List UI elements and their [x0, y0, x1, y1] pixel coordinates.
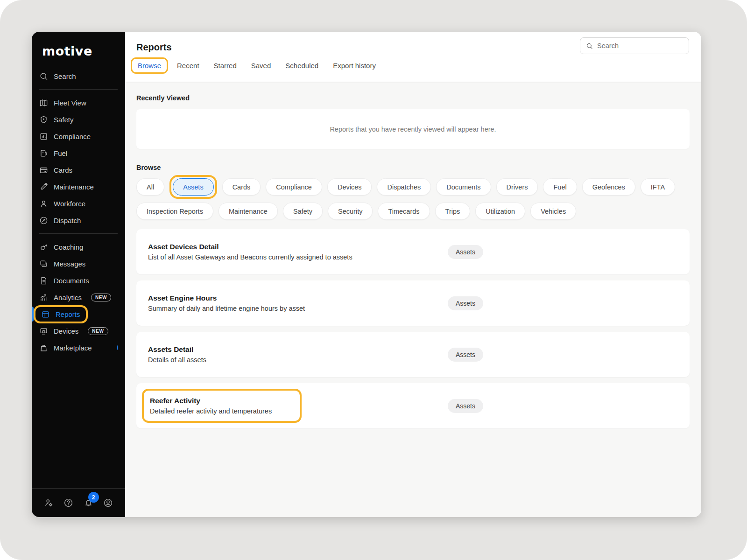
sidebar-item-label: Documents — [54, 277, 89, 285]
sidebar-item-label: Coaching — [54, 243, 83, 251]
filter-chip-assets[interactable]: Assets — [173, 178, 214, 196]
sidebar-footer: 2 — [32, 488, 125, 517]
report-description: List of all Asset Gateways and Beacons c… — [148, 253, 352, 261]
filter-chip-security[interactable]: Security — [328, 203, 373, 220]
sidebar-item-search[interactable]: Search — [32, 68, 125, 84]
report-tag: Assets — [448, 296, 483, 310]
filter-chip-timecards[interactable]: Timecards — [378, 203, 430, 220]
sidebar-item-reports[interactable]: Reports — [32, 306, 125, 322]
sidebar-item-safety[interactable]: Safety — [32, 111, 125, 128]
sidebar-item-label: Fleet View — [54, 99, 86, 107]
report-card-asset-engine-hours[interactable]: Asset Engine Hours Summary of daily and … — [136, 280, 690, 326]
dispatch-compass-icon — [39, 216, 48, 225]
report-text: Assets Detail Details of all assets — [148, 345, 206, 364]
person-icon — [39, 199, 48, 208]
motive-logo: motive — [32, 32, 125, 58]
report-search[interactable] — [580, 37, 689, 54]
filter-chip-devices[interactable]: Devices — [327, 178, 372, 196]
filter-chip-cards[interactable]: Cards — [222, 178, 261, 196]
tab-recent[interactable]: Recent — [177, 62, 199, 70]
filter-chip-safety[interactable]: Safety — [283, 203, 323, 220]
filter-chip-ifta[interactable]: IFTA — [641, 178, 675, 196]
filter-chip-vehicles[interactable]: Vehicles — [530, 203, 576, 220]
filter-chip-utilization[interactable]: Utilization — [475, 203, 525, 220]
filter-row-1: All Assets Cards Compliance Devices Disp… — [136, 178, 690, 196]
sidebar-item-messages[interactable]: Messages — [32, 255, 125, 272]
tab-saved[interactable]: Saved — [251, 62, 271, 70]
sidebar-item-label: Dispatch — [54, 217, 81, 224]
report-list: Asset Devices Detail List of all Asset G… — [136, 229, 690, 428]
search-icon — [586, 42, 593, 50]
shield-icon — [39, 115, 48, 124]
sidebar-item-label: Messages — [54, 260, 85, 268]
credit-card-icon — [39, 166, 48, 175]
tab-export-history[interactable]: Export history — [333, 62, 376, 70]
report-title: Asset Engine Hours — [148, 294, 305, 302]
sidebar-item-label: Maintenance — [54, 183, 94, 191]
sidebar-item-dispatch[interactable]: Dispatch — [32, 212, 125, 229]
sidebar-divider — [39, 233, 118, 234]
report-title: Assets Detail — [148, 345, 206, 354]
notifications-button[interactable]: 2 — [84, 498, 93, 508]
filter-chip-geofences[interactable]: Geofences — [582, 178, 635, 196]
sidebar-item-label: Reports — [56, 310, 80, 318]
compliance-icon — [39, 132, 48, 141]
report-text: Asset Engine Hours Summary of daily and … — [148, 294, 305, 312]
sidebar-item-workforce[interactable]: Workforce — [32, 195, 125, 212]
report-card-asset-devices-detail[interactable]: Asset Devices Detail List of all Asset G… — [136, 229, 690, 274]
filter-chip-trips[interactable]: Trips — [435, 203, 471, 220]
report-card-reefer-activity[interactable]: Reefer Activity Detailed reefer activity… — [136, 383, 690, 428]
new-badge: NEW — [88, 327, 108, 335]
filter-chip-documents[interactable]: Documents — [436, 178, 491, 196]
sidebar-item-fuel[interactable]: Fuel — [32, 145, 125, 161]
sidebar-item-compliance[interactable]: Compliance — [32, 128, 125, 145]
tab-bar: Browse Recent Starred Saved Scheduled Ex… — [136, 60, 701, 71]
tab-browse[interactable]: Browse — [138, 62, 161, 70]
sidebar-item-marketplace[interactable]: Marketplace — [32, 339, 125, 356]
wrench-icon — [39, 182, 48, 191]
annotation-ring-browse-tab: Browse — [131, 57, 168, 74]
filter-chip-compliance[interactable]: Compliance — [266, 178, 322, 196]
search-icon — [39, 72, 48, 81]
sidebar-item-documents[interactable]: Documents — [32, 272, 125, 289]
shopping-bag-icon — [39, 343, 48, 352]
sidebar-item-label: Workforce — [54, 200, 85, 208]
new-badge: NEW — [91, 294, 111, 301]
notification-count-badge: 2 — [88, 492, 99, 503]
account-circle-icon — [103, 498, 113, 508]
filter-chip-dispatches[interactable]: Dispatches — [377, 178, 431, 196]
filter-chip-maintenance[interactable]: Maintenance — [218, 203, 278, 220]
sidebar-item-label: Marketplace — [54, 344, 92, 352]
admin-button[interactable] — [44, 498, 54, 508]
browse-heading: Browse — [136, 164, 690, 171]
sidebar-item-label: Analytics — [54, 294, 82, 301]
sidebar: motive Search Fleet View Safety Complian… — [32, 32, 125, 517]
filter-chip-all[interactable]: All — [136, 178, 164, 196]
sidebar-item-cards[interactable]: Cards — [32, 161, 125, 178]
filter-chip-drivers[interactable]: Drivers — [496, 178, 538, 196]
filter-chip-inspection-reports[interactable]: Inspection Reports — [136, 203, 213, 220]
sidebar-item-label: Fuel — [54, 149, 67, 157]
annotation-ring-reefer-activity: Reefer Activity Detailed reefer activity… — [142, 389, 302, 423]
app-window: motive Search Fleet View Safety Complian… — [32, 32, 701, 517]
filter-chip-fuel[interactable]: Fuel — [543, 178, 577, 196]
report-title: Asset Devices Detail — [148, 243, 352, 251]
tab-scheduled[interactable]: Scheduled — [285, 62, 318, 70]
help-icon — [63, 498, 73, 508]
sidebar-item-fleet-view[interactable]: Fleet View — [32, 94, 125, 111]
help-button[interactable] — [63, 498, 73, 508]
analytics-icon — [39, 293, 48, 302]
recently-viewed-empty-card: Reports that you have recently viewed wi… — [136, 109, 690, 149]
sidebar-item-label: Compliance — [54, 133, 91, 140]
account-button[interactable] — [103, 498, 113, 508]
map-icon — [39, 98, 48, 107]
sidebar-item-devices[interactable]: Devices NEW — [32, 322, 125, 339]
search-input[interactable] — [597, 42, 683, 49]
sidebar-item-coaching[interactable]: Coaching — [32, 238, 125, 255]
sidebar-item-maintenance[interactable]: Maintenance — [32, 178, 125, 195]
sidebar-item-label: Safety — [54, 116, 74, 124]
report-description: Details of all assets — [148, 356, 206, 364]
tab-starred[interactable]: Starred — [214, 62, 237, 70]
sidebar-item-analytics[interactable]: Analytics NEW — [32, 289, 125, 306]
report-card-assets-detail[interactable]: Assets Detail Details of all assets Asse… — [136, 332, 690, 377]
